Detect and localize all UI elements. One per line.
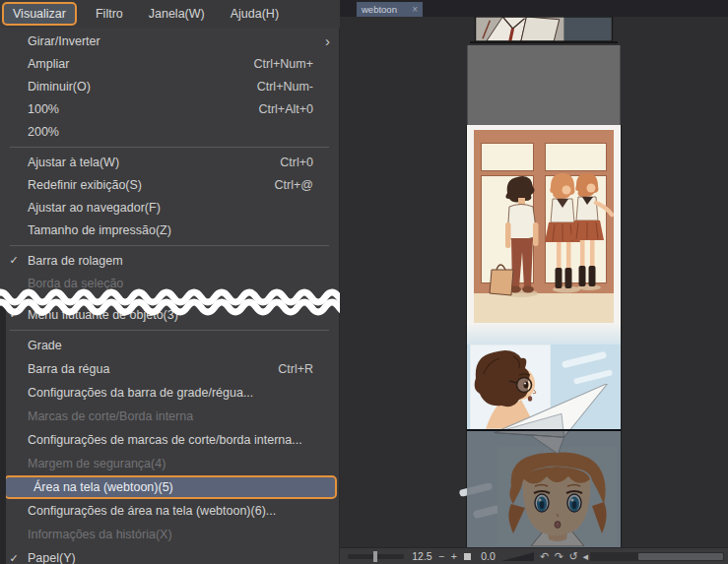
zoom-slider-thumb[interactable]: [373, 551, 377, 562]
cloud: [562, 351, 607, 369]
menubar-item-filtro[interactable]: Filtro: [83, 3, 136, 25]
canvas-region: webtoon ×: [340, 0, 728, 564]
webtoon-panel-windows: [474, 130, 614, 323]
menu-item-tamanho-impressao[interactable]: Tamanho de impressão(Z): [0, 219, 339, 241]
webtoon-page-strip: [467, 17, 621, 547]
app-background-strip: [0, 303, 6, 564]
rotation-value[interactable]: 0.0: [475, 550, 498, 562]
tab-label: webtoon: [362, 4, 412, 15]
menubar-item-janela[interactable]: Janela(W): [136, 3, 218, 25]
zoom-out-button[interactable]: −: [435, 550, 448, 562]
webtoon-panel-partial-top: [470, 17, 618, 43]
close-tab-icon[interactable]: ×: [412, 4, 418, 15]
menu-item-config-marcas-corte[interactable]: Configurações de marcas de corte/borda i…: [0, 428, 339, 452]
webtoon-page: [467, 125, 621, 547]
horizontal-scrollbar[interactable]: [590, 552, 724, 561]
panel-gap: [467, 323, 621, 345]
document-tab-bar: webtoon ×: [340, 0, 728, 17]
zoom-in-button[interactable]: +: [447, 550, 460, 562]
menu-item-100[interactable]: 100% Ctrl+Alt+0: [0, 97, 339, 120]
menu-separator: [0, 326, 339, 334]
fit-to-screen-icon[interactable]: [464, 553, 471, 560]
illustration-three-students: [474, 130, 614, 323]
screen-area-dim-overlay: [467, 429, 621, 547]
menu-item-ajustar-navegador[interactable]: Ajustar ao navegador(F): [0, 196, 339, 219]
menu-item-ampliar[interactable]: Ampliar Ctrl+Num+: [0, 52, 339, 75]
zoom-value[interactable]: 12.5: [408, 550, 435, 562]
menu-item-informacoes-historia: Informações da história(X): [0, 523, 339, 546]
collapse-icon[interactable]: ◂: [580, 550, 590, 563]
screenshot-splice-wave: [0, 285, 340, 319]
page-gap-area: [467, 45, 621, 125]
menu-region: Visualizar Filtro Janela(W) Ajuda(H) Gir…: [0, 0, 340, 564]
menu-item-area-na-tela-webtoon[interactable]: Área na tela (webtoon)(5): [4, 475, 337, 499]
rotate-left-icon[interactable]: ↶: [537, 550, 552, 563]
rotation-slider[interactable]: [501, 551, 534, 562]
menu-item-config-grade-regua[interactable]: Configurações da barra de grade/régua...: [0, 381, 339, 405]
horizontal-scrollbar-thumb[interactable]: [638, 553, 723, 560]
app-window: Visualizar Filtro Janela(W) Ajuda(H) Gir…: [0, 0, 728, 564]
menu-separator: [0, 241, 339, 249]
menu-item-redefinir-exibicao[interactable]: Redefinir exibição(S) Ctrl+@: [0, 173, 339, 196]
submenu-arrow-icon: ›: [325, 36, 339, 46]
menu-item-ajustar-tela[interactable]: Ajustar à tela(W) Ctrl+0: [0, 151, 339, 173]
menu-item-girar-inverter[interactable]: Girar/Inverter ›: [0, 30, 339, 52]
menu-item-marcas-corte: Marcas de corte/Borda interna: [0, 405, 339, 428]
drawing-canvas[interactable]: [340, 17, 728, 547]
menu-item-config-area-na-tela[interactable]: Configurações de área na tela (webtoon)(…: [0, 499, 339, 523]
zoom-slider[interactable]: [348, 554, 404, 559]
check-icon: ✓: [0, 254, 28, 267]
menu-item-diminuir[interactable]: Diminuir(O) Ctrl+Num-: [0, 75, 339, 97]
menu-separator: [0, 143, 339, 151]
tab-webtoon[interactable]: webtoon ×: [357, 2, 423, 17]
menu-item-barra-regua[interactable]: Barra da régua Ctrl+R: [0, 357, 339, 381]
menu-item-papel[interactable]: ✓ Papel(Y): [0, 546, 339, 564]
menubar-item-visualizar[interactable]: Visualizar: [2, 2, 77, 26]
reset-rotation-icon[interactable]: ↺: [566, 550, 581, 563]
menu-item-grade[interactable]: Grade: [0, 334, 339, 357]
cloud: [573, 369, 613, 384]
menubar-item-ajuda[interactable]: Ajuda(H): [218, 3, 292, 25]
rotate-right-icon[interactable]: ↷: [552, 550, 566, 563]
canvas-status-bar: 12.5 − + 0.0 ↶ ↷ ↺ ◂: [340, 547, 728, 564]
menu-item-200[interactable]: 200%: [0, 120, 339, 143]
menu-item-margem-seguranca: Margem de segurança(4): [0, 452, 339, 475]
menu-item-barra-rolagem[interactable]: ✓ Barra de rolagem: [0, 249, 339, 272]
menubar: Visualizar Filtro Janela(W) Ajuda(H): [0, 0, 340, 28]
